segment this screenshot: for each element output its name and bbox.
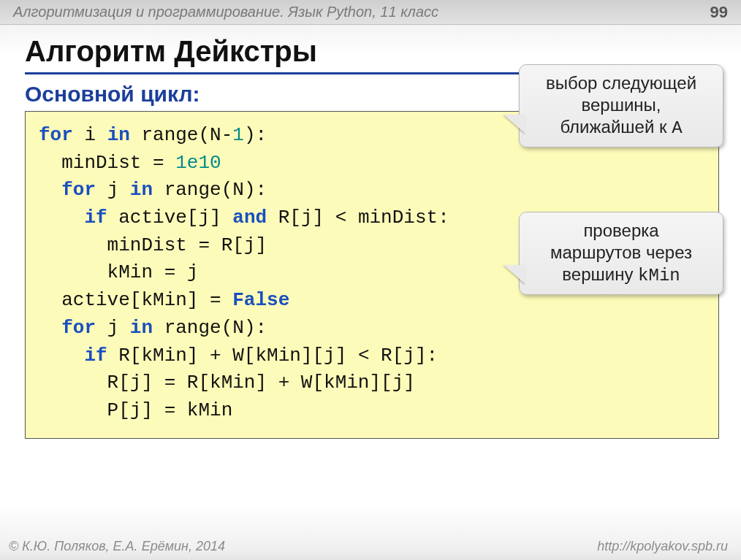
num-literal: 1: [232, 124, 244, 146]
kw-in: in: [130, 317, 153, 339]
page-number: 99: [710, 3, 728, 22]
kw-in: in: [130, 179, 153, 201]
kw-for: for: [61, 317, 96, 339]
kw-if: if: [84, 207, 107, 229]
num-literal: 1e10: [175, 152, 221, 174]
breadcrumb: Алгоритмизация и программирование. Язык …: [13, 4, 438, 20]
kw-in: in: [107, 124, 130, 146]
kw-and: and: [232, 207, 267, 229]
callout-code-ref: kMin: [638, 266, 680, 285]
slide-content: Алгоритм Дейкстры Основной цикл: for i i…: [25, 35, 719, 439]
callout-select-vertex: выбор следующей вершины, ближайшей к A: [519, 64, 723, 147]
callout-code-ref: A: [672, 118, 682, 138]
slide-footer: © К.Ю. Поляков, Е.А. Ерёмин, 2014 http:/…: [0, 539, 741, 557]
copyright: © К.Ю. Поляков, Е.А. Ерёмин, 2014: [9, 539, 225, 554]
callout-tail-icon: [503, 265, 525, 284]
callout-tail-icon: [503, 115, 525, 134]
source-url: http://kpolyakov.spb.ru: [597, 539, 728, 554]
kw-for: for: [61, 179, 96, 201]
kw-for: for: [39, 124, 73, 146]
callout-check-routes: проверка маршрутов через вершину kMin: [519, 212, 723, 295]
slide-header: Алгоритмизация и программирование. Язык …: [0, 0, 741, 25]
kw-if: if: [84, 345, 107, 367]
kw-false: False: [232, 289, 289, 311]
